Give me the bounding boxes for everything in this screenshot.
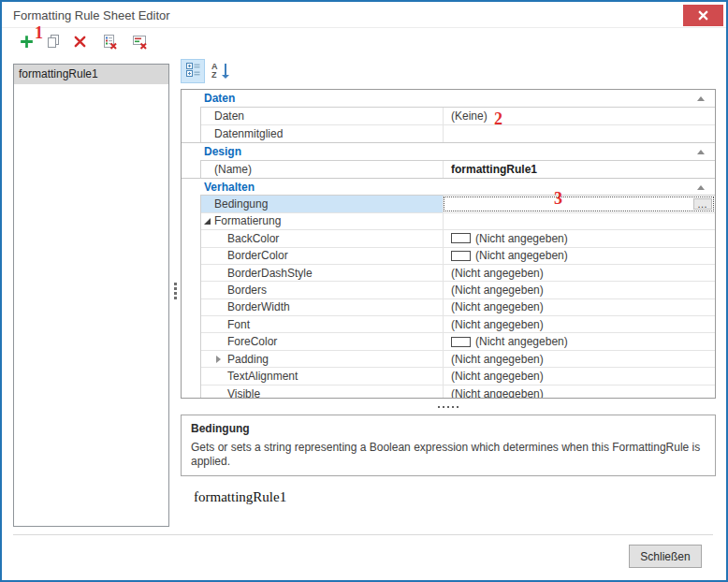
property-value-cell[interactable]: (Nicht angegeben) (443, 248, 715, 264)
footer-divider (13, 534, 713, 535)
property-name-cell[interactable]: (Name) (201, 161, 443, 178)
category-label: Design (204, 145, 241, 158)
description-panel: Bedingung Gets or sets a string represen… (181, 415, 716, 476)
categorized-view-button[interactable] (181, 59, 205, 83)
delete-sheet-icon (102, 34, 118, 53)
property-value-cell[interactable]: (Nicht angegeben) (443, 316, 715, 332)
category-block: DatenDaten(Keine)Datenmitglied (182, 90, 715, 142)
color-swatch (451, 233, 471, 243)
property-value-cell[interactable]: (Nicht angegeben) (443, 333, 715, 349)
category-row[interactable]: Design (182, 142, 715, 159)
property-name: BorderColor (227, 249, 288, 262)
property-row[interactable]: BackColor(Nicht angegeben) (201, 230, 715, 247)
property-value-cell[interactable]: (Nicht angegeben) (443, 386, 715, 399)
property-row[interactable]: Bedingung… (201, 196, 715, 212)
property-name-cell[interactable]: TextAlignment (201, 368, 443, 384)
alphabetical-view-button[interactable]: A Z (208, 59, 232, 83)
property-name-cell[interactable]: Formatierung (201, 213, 443, 229)
property-name-cell[interactable]: Padding (201, 351, 443, 367)
expanded-icon[interactable] (204, 218, 211, 225)
property-value: (Nicht angegeben) (475, 232, 568, 245)
property-name: Formatierung (214, 214, 281, 227)
property-value-cell[interactable]: (Nicht angegeben) (443, 282, 715, 298)
property-row[interactable]: ForeColor(Nicht angegeben) (201, 333, 715, 350)
property-row[interactable]: Daten(Keine) (201, 108, 715, 124)
collapse-icon[interactable] (697, 150, 705, 154)
close-icon (698, 7, 708, 24)
alphabetical-view-icon: A Z (211, 63, 229, 80)
property-row[interactable]: (Name)formattingRule1 (201, 161, 715, 178)
copy-rule-button[interactable] (42, 32, 65, 54)
property-row[interactable]: Formatierung (201, 213, 715, 230)
collapsed-icon[interactable] (216, 356, 221, 363)
property-value: (Nicht angegeben) (451, 267, 544, 280)
property-row[interactable]: BorderColor(Nicht angegeben) (201, 248, 715, 265)
collapse-icon[interactable] (697, 96, 705, 101)
category-row[interactable]: Verhalten (182, 178, 715, 195)
property-row[interactable]: Borders(Nicht angegeben) (201, 282, 715, 298)
delete-rule-button[interactable] (68, 32, 91, 54)
property-value: (Keine) (451, 109, 488, 123)
property-row[interactable]: Font(Nicht angegeben) (201, 316, 715, 333)
property-row[interactable]: BorderDashStyle(Nicht angegeben) (201, 265, 715, 282)
formatting-rule-sheet-editor-dialog: Formatting Rule Sheet Editor (0, 0, 728, 582)
property-row[interactable]: Datenmitglied (201, 125, 715, 142)
property-name: Daten (214, 109, 244, 123)
rule-list[interactable]: formattingRule1 (13, 64, 169, 527)
rule-list-item[interactable]: formattingRule1 (14, 65, 168, 84)
property-value-cell[interactable]: formattingRule1 (443, 161, 715, 178)
delete-all-sheets-icon (132, 34, 148, 53)
property-row[interactable]: TextAlignment(Nicht angegeben) (201, 368, 715, 385)
property-name-cell[interactable]: Visible (201, 386, 443, 399)
property-row[interactable]: Padding(Nicht angegeben) (201, 351, 715, 368)
category-row[interactable]: Daten (182, 90, 715, 107)
property-name-cell[interactable]: BackColor (201, 230, 443, 246)
property-name-cell[interactable]: Bedingung (201, 196, 443, 211)
color-swatch (451, 251, 471, 261)
property-value-cell[interactable]: (Nicht angegeben) (443, 230, 715, 246)
property-value-cell[interactable]: (Nicht angegeben) (443, 299, 715, 315)
property-name-cell[interactable]: BorderColor (201, 248, 443, 264)
annotation-3: 3 (554, 190, 562, 207)
categorized-view-icon (185, 62, 201, 81)
property-value-cell[interactable]: (Keine) (443, 108, 715, 124)
property-name-cell[interactable]: Datenmitglied (201, 125, 443, 142)
property-value: (Nicht angegeben) (451, 370, 544, 383)
copy-rule-icon (46, 34, 61, 52)
property-name-cell[interactable]: Daten (201, 108, 443, 124)
horizontal-splitter[interactable] (181, 404, 716, 410)
property-name-cell[interactable]: ForeColor (201, 333, 443, 349)
category-label: Daten (204, 92, 235, 105)
category-label: Verhalten (204, 181, 255, 194)
property-name-cell[interactable]: BorderWidth (201, 299, 443, 315)
ellipsis-button[interactable]: … (693, 198, 712, 209)
property-value-cell[interactable]: (Nicht angegeben) (443, 368, 715, 384)
close-window-button[interactable] (683, 5, 723, 26)
property-value-cell[interactable]: … (443, 196, 715, 211)
delete-sheet-button[interactable] (98, 32, 121, 54)
property-name: Bedingung (214, 197, 268, 211)
delete-all-sheets-button[interactable] (128, 32, 151, 54)
close-dialog-button[interactable]: Schließen (629, 545, 702, 568)
property-name-cell[interactable]: BorderDashStyle (201, 265, 443, 281)
property-row[interactable]: Visible(Nicht angegeben) (201, 386, 715, 399)
property-row[interactable]: BorderWidth(Nicht angegeben) (201, 299, 715, 316)
property-name-cell[interactable]: Font (201, 316, 443, 332)
annotation-1: 1 (35, 24, 43, 41)
add-rule-icon (19, 34, 35, 53)
property-value: (Nicht angegeben) (475, 335, 568, 348)
property-name: Padding (227, 353, 269, 366)
vertical-splitter[interactable] (174, 283, 178, 299)
property-value-cell[interactable]: (Nicht angegeben) (443, 351, 715, 367)
property-name: (Name) (214, 163, 252, 176)
titlebar[interactable]: Formatting Rule Sheet Editor (2, 2, 726, 28)
property-name-cell[interactable]: Borders (201, 282, 443, 298)
property-grid: DatenDaten(Keine)DatenmitgliedDesign(Nam… (181, 89, 716, 399)
category-block: VerhaltenBedingung…FormatierungBackColor… (182, 178, 715, 399)
property-value: (Nicht angegeben) (451, 387, 544, 399)
property-name: ForeColor (227, 335, 277, 348)
property-value-cell[interactable]: (Nicht angegeben) (443, 265, 715, 281)
collapse-icon[interactable] (697, 185, 705, 190)
property-value-cell[interactable] (443, 213, 715, 229)
property-value-cell[interactable] (443, 125, 715, 142)
